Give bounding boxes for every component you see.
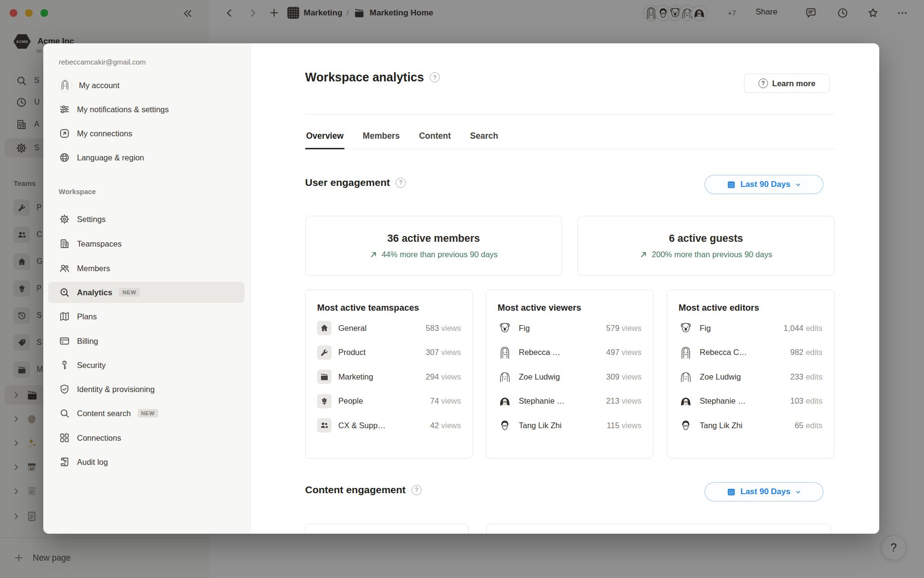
- views-count: 309 views: [606, 372, 642, 381]
- views-count: 583 views: [426, 324, 461, 333]
- home-icon: [317, 321, 332, 335]
- member-name: Zoe Ludwig: [700, 372, 783, 381]
- list-item[interactable]: General 583 views: [317, 316, 461, 341]
- credit-card-icon: [59, 335, 70, 347]
- views-count: 307 views: [426, 348, 461, 357]
- divider: [305, 114, 834, 115]
- active-guests-card: 6 active guests 200% more than previous …: [578, 216, 834, 276]
- stat-delta: 44% more than previous 90 days: [370, 250, 498, 259]
- member-name: Tang Lik Zhi: [519, 421, 600, 430]
- settings-item-my-account[interactable]: My account: [48, 75, 244, 96]
- date-range-dropdown[interactable]: Last 90 Days: [705, 175, 823, 194]
- workspace-section-header: Workspace: [59, 188, 96, 196]
- wrench-icon: [317, 345, 332, 360]
- list-item[interactable]: Fig 579 views: [498, 316, 642, 341]
- list-item[interactable]: Product 307 views: [317, 341, 461, 365]
- globe-icon: [59, 152, 70, 163]
- avatar: [498, 345, 512, 360]
- edits-count: 982 edits: [790, 348, 822, 357]
- date-range-dropdown[interactable]: Last 90 Days: [705, 482, 823, 501]
- settings-item-analytics[interactable]: Analytics NEW: [48, 282, 244, 303]
- settings-item-content-search[interactable]: Content search NEW: [48, 403, 244, 424]
- views-count: 115 views: [607, 421, 642, 430]
- settings-item-notifications[interactable]: My notifications & settings: [48, 99, 244, 120]
- content-card-partial: [486, 524, 831, 534]
- list-item[interactable]: Fig 1,044 edits: [679, 316, 822, 341]
- avatar: [679, 418, 693, 433]
- avatar: [498, 369, 512, 384]
- list-item[interactable]: Tang Lik Zhi 115 views: [498, 413, 642, 438]
- settings-item-settings[interactable]: Settings: [48, 209, 244, 230]
- chevron-down-icon: [795, 488, 802, 496]
- card-title: Most active teamspaces: [317, 302, 461, 313]
- trend-up-icon: [640, 250, 648, 259]
- stat-headline: 6 active guests: [669, 233, 743, 245]
- settings-modal: rebeccamcakir@gmail.com My account My no…: [43, 43, 879, 534]
- tab-content[interactable]: Content: [418, 126, 452, 149]
- list-item[interactable]: Stephanie … 213 views: [498, 389, 642, 414]
- sliders-icon: [59, 104, 70, 115]
- list-item[interactable]: Rebecca C… 982 edits: [679, 341, 822, 365]
- settings-item-members[interactable]: Members: [48, 258, 244, 279]
- list-item[interactable]: CX & Supp… 42 views: [317, 413, 461, 438]
- new-badge: NEW: [119, 288, 140, 297]
- most-active-teamspaces-card: Most active teamspaces General 583 views…: [305, 289, 473, 459]
- list-item[interactable]: Stephanie … 103 edits: [679, 389, 822, 414]
- people-icon: [317, 418, 332, 433]
- settings-item-language-region[interactable]: Language & region: [48, 147, 244, 168]
- account-email: rebeccamcakir@gmail.com: [59, 58, 146, 66]
- clapperboard-icon: [317, 369, 332, 384]
- question-icon[interactable]: ?: [411, 485, 422, 495]
- avatar: [679, 394, 693, 408]
- teamspace-name: Marketing: [338, 372, 419, 381]
- member-name: Stephanie …: [700, 396, 783, 406]
- settings-item-identity-provisioning[interactable]: Identity & provisioning: [48, 379, 244, 400]
- settings-item-audit-log[interactable]: Audit log: [48, 451, 244, 473]
- active-members-card: 36 active members 44% more than previous…: [305, 216, 562, 276]
- settings-item-connections[interactable]: Connections: [48, 427, 244, 448]
- settings-item-security[interactable]: Security: [48, 355, 244, 376]
- tab-overview[interactable]: Overview: [305, 126, 345, 149]
- content-engagement-header: Content engagement ?: [305, 484, 422, 496]
- question-icon[interactable]: ?: [396, 178, 406, 188]
- member-name: Tang Lik Zhi: [700, 421, 788, 430]
- member-name: Rebecca …: [519, 348, 600, 357]
- settings-item-my-connections[interactable]: My connections: [48, 123, 244, 144]
- calendar-icon: [726, 180, 736, 190]
- list-item[interactable]: People 74 views: [317, 389, 461, 414]
- edits-count: 103 edits: [790, 396, 822, 406]
- member-name: Fig: [519, 324, 600, 333]
- list-item[interactable]: Rebecca … 497 views: [498, 341, 642, 365]
- question-icon[interactable]: ?: [430, 72, 440, 82]
- learn-more-button[interactable]: ? Learn more: [744, 74, 830, 93]
- avatar: [679, 345, 693, 360]
- most-active-editors-card: Most active editors Fig 1,044 edits Rebe…: [667, 289, 834, 459]
- card-title: Most active viewers: [498, 302, 642, 313]
- list-item[interactable]: Tang Lik Zhi 65 edits: [679, 413, 822, 438]
- settings-item-teamspaces[interactable]: Teamspaces: [48, 233, 244, 254]
- new-badge: NEW: [138, 409, 158, 418]
- analytics-panel: Workspace analytics ? ? Learn more Overv…: [251, 43, 879, 534]
- tab-members[interactable]: Members: [362, 126, 401, 149]
- analytics-tabs: Overview Members Content Search: [305, 126, 834, 149]
- page-title: Workspace analytics: [305, 70, 424, 84]
- chevron-down-icon: [795, 181, 802, 188]
- key-icon: [59, 359, 70, 371]
- list-item[interactable]: Zoe Ludwig 309 views: [498, 365, 642, 389]
- avatar: [498, 321, 512, 335]
- views-count: 213 views: [606, 396, 642, 406]
- views-count: 74 views: [430, 396, 461, 406]
- stat-headline: 36 active members: [387, 233, 480, 245]
- screen: ACME Acme Inc re S U A S Teams: [0, 0, 924, 578]
- teamspace-name: Product: [338, 348, 419, 357]
- shield-check-icon: [59, 383, 70, 395]
- tab-search[interactable]: Search: [469, 126, 499, 149]
- views-count: 497 views: [606, 348, 642, 357]
- list-item[interactable]: Marketing 294 views: [317, 365, 461, 389]
- settings-nav: rebeccamcakir@gmail.com My account My no…: [43, 43, 251, 534]
- settings-item-billing[interactable]: Billing: [48, 330, 244, 352]
- settings-item-plans[interactable]: Plans: [48, 306, 244, 327]
- flower-icon: [317, 394, 332, 408]
- list-item[interactable]: Zoe Ludwig 233 edits: [679, 365, 822, 389]
- map-icon: [59, 311, 70, 322]
